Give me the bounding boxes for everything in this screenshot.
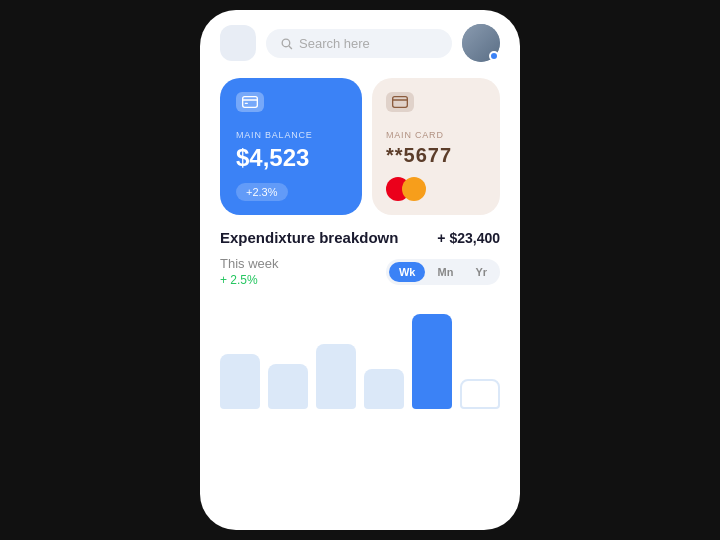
bar-item	[220, 354, 260, 409]
bar-item	[364, 369, 404, 409]
bar-6	[460, 379, 500, 409]
svg-rect-5	[393, 97, 408, 108]
cards-section: MAIN BALANCE $4,523 +2.3% MAIN CARD **56…	[200, 72, 520, 229]
bar-chart	[200, 299, 520, 409]
svg-point-0	[282, 39, 290, 47]
growth-label: + 2.5%	[220, 273, 279, 287]
mastercard-logo	[386, 177, 486, 201]
svg-line-1	[289, 45, 292, 48]
secondary-card-number: **5677	[386, 144, 486, 167]
avatar-wrap[interactable]	[462, 24, 500, 62]
search-placeholder: Search here	[299, 36, 370, 51]
search-icon	[280, 37, 293, 50]
week-label: This week	[220, 256, 279, 271]
mc-yellow-circle	[402, 177, 426, 201]
bar-1	[220, 354, 260, 409]
bar-item	[268, 364, 308, 409]
tab-wk[interactable]: Wk	[389, 262, 426, 282]
expenditure-amount: + $23,400	[437, 230, 500, 246]
main-card-icon	[236, 92, 264, 112]
bar-item	[316, 344, 356, 409]
period-tabs: Wk Mn Yr	[386, 259, 500, 285]
header: Search here	[200, 10, 520, 72]
search-bar[interactable]: Search here	[266, 29, 452, 58]
bar-3	[316, 344, 356, 409]
tab-mn[interactable]: Mn	[427, 262, 463, 282]
expenditure-header: Expendixture breakdown + $23,400	[200, 229, 520, 256]
svg-rect-2	[243, 97, 258, 108]
bar-4	[364, 369, 404, 409]
app-logo	[220, 25, 256, 61]
secondary-card-label: MAIN CARD	[386, 130, 486, 140]
bar-5	[412, 314, 452, 409]
main-balance-badge: +2.3%	[236, 183, 288, 201]
expenditure-title: Expendixture breakdown	[220, 229, 398, 246]
main-balance-card[interactable]: MAIN BALANCE $4,523 +2.3%	[220, 78, 362, 215]
bar-2	[268, 364, 308, 409]
avatar-status-dot	[489, 51, 499, 61]
tab-yr[interactable]: Yr	[465, 262, 497, 282]
main-balance-amount: $4,523	[236, 144, 346, 172]
svg-rect-4	[245, 103, 248, 104]
secondary-card-icon	[386, 92, 414, 112]
chart-controls: This week + 2.5% Wk Mn Yr	[200, 256, 520, 293]
period-info: This week + 2.5%	[220, 256, 279, 287]
main-balance-label: MAIN BALANCE	[236, 130, 346, 140]
secondary-card[interactable]: MAIN CARD **5677	[372, 78, 500, 215]
bar-item-active	[412, 314, 452, 409]
bar-item-outline	[460, 379, 500, 409]
phone-frame: Search here MAIN BALANCE $4,523 +2.3%	[200, 10, 520, 530]
